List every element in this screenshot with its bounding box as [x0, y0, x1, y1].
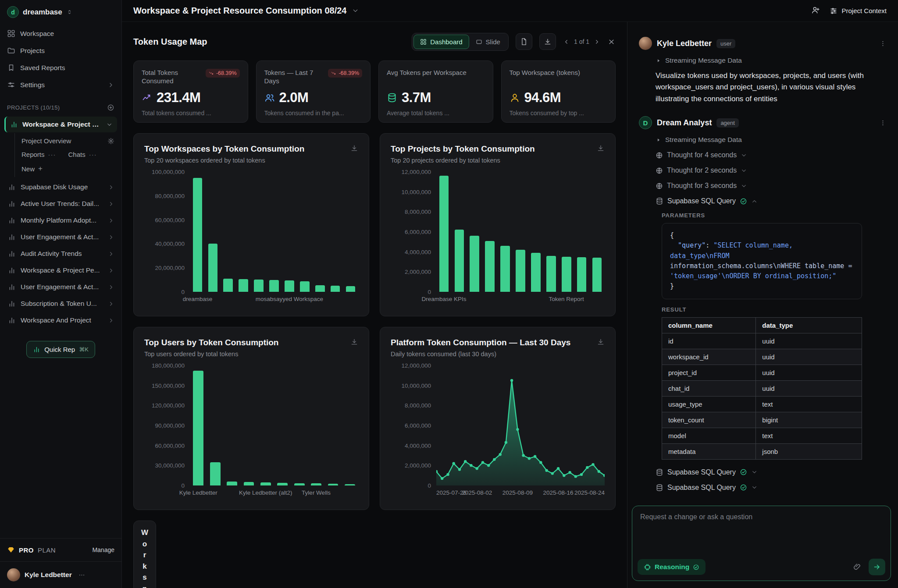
sidebar-item-new[interactable]: New +	[15, 161, 121, 176]
project-label: Supabase Disk Usage	[21, 183, 88, 191]
download-icon[interactable]	[350, 144, 358, 152]
close-report-button[interactable]	[607, 38, 616, 46]
download-button[interactable]	[539, 33, 556, 50]
sidebar-item-project[interactable]: User Engagement & Act...	[0, 229, 121, 245]
sidebar-item-settings[interactable]: Settings	[0, 76, 121, 93]
chevron-right-icon[interactable]	[594, 39, 600, 45]
sidebar-item-workspace[interactable]: Workspace	[0, 25, 121, 42]
kpi-value: 2.0M	[279, 90, 309, 106]
y-tick-label: 8,000,000	[405, 209, 431, 215]
bar	[577, 257, 587, 292]
bar	[208, 244, 218, 292]
download-icon[interactable]	[597, 338, 605, 346]
tool-row[interactable]: Supabase SQL Query	[656, 468, 887, 476]
chevron-left-icon[interactable]	[563, 39, 570, 45]
user-message: Kyle Ledbetter user Streaming Message Da…	[639, 37, 887, 105]
thought-row[interactable]: Thought for 2 seconds	[656, 166, 887, 174]
thought-row[interactable]: Thought for 3 seconds	[656, 182, 887, 190]
tool-label: Supabase SQL Query	[667, 197, 736, 205]
app-root: d dreambase WorkspaceProjectsSaved Repor…	[0, 0, 898, 588]
manage-plan-link[interactable]: Manage	[92, 546, 114, 553]
sidebar-item-project[interactable]: Active User Trends: Dail...	[0, 195, 121, 212]
kpi-title: Avg Tokens per Workspace	[387, 69, 467, 77]
sidebar-item-project[interactable]: User Engagement & Act...	[0, 279, 121, 295]
project-label: Active User Trends: Dail...	[21, 200, 99, 208]
y-tick-label: 90,000,000	[155, 422, 185, 429]
check-circle-icon	[740, 468, 747, 476]
sidebar-item-saved-reports[interactable]: Saved Reports	[0, 59, 121, 76]
plus-icon[interactable]: +	[38, 164, 43, 173]
kebab-menu-icon[interactable]	[879, 119, 887, 127]
y-tick-label: 4,000,000	[405, 248, 431, 255]
kpi-card: Tokens — Last 7 Days-68.39%2.0MTokens co…	[256, 60, 371, 123]
y-tick-label: 80,000,000	[155, 192, 185, 199]
tool-row-expanded[interactable]: Supabase SQL Query	[656, 197, 887, 205]
thought-row[interactable]: Thought for 4 seconds	[656, 151, 887, 159]
export-file-button[interactable]	[516, 33, 532, 50]
sidebar-item-project[interactable]: Workspace And Project	[0, 312, 121, 329]
y-tick-label: 0	[181, 289, 185, 295]
project-label: Monthly Platform Adopt...	[21, 216, 96, 224]
ellipsis-icon[interactable]	[78, 571, 86, 579]
tool-row[interactable]: Supabase SQL Query	[656, 484, 887, 492]
sidebar-item-chats[interactable]: Chats ···	[68, 151, 97, 158]
workspace-name: dreambase	[23, 8, 62, 17]
workspace-switcher[interactable]: d dreambase	[0, 0, 121, 23]
sidebar-item-projects[interactable]: Projects	[0, 42, 121, 59]
chat-input[interactable]	[632, 506, 891, 559]
project-context-button[interactable]: Project Context	[830, 7, 887, 15]
sidebar-item-project[interactable]: Subscription & Token U...	[0, 295, 121, 312]
chart-icon	[8, 283, 16, 291]
kebab-menu-icon[interactable]	[879, 40, 887, 47]
tab-dashboard[interactable]: Dashboard	[413, 35, 469, 49]
trend-icon	[142, 92, 152, 103]
active-project-tree: Project Overview Reports ··· Chats ··· N…	[14, 133, 121, 177]
bar	[285, 280, 294, 292]
sidebar-item-reports[interactable]: Reports ···	[21, 151, 56, 158]
kpi-value: 94.6M	[524, 90, 561, 106]
result-cell: metadata	[662, 443, 756, 459]
user-plus-icon	[811, 6, 820, 14]
thought-icon	[656, 152, 663, 159]
sidebar-item-active-project[interactable]: Workspace & Project Re...	[4, 117, 117, 132]
send-button[interactable]	[869, 559, 885, 575]
sidebar-item-project-overview[interactable]: Project Overview	[15, 134, 121, 148]
user-icon	[510, 92, 520, 103]
bar	[227, 482, 237, 485]
download-icon[interactable]	[350, 338, 358, 346]
sort-icon[interactable]	[66, 9, 73, 15]
result-cell: uuid	[756, 380, 862, 396]
report-title-dropdown[interactable]: Workspace & Project Resource Consumption…	[133, 6, 359, 16]
kpi-value: 231.4M	[157, 90, 200, 106]
project-context-label: Project Context	[841, 7, 887, 14]
sidebar-item-project[interactable]: Supabase Disk Usage	[0, 179, 121, 195]
download-icon[interactable]	[597, 144, 605, 152]
reasoning-toggle[interactable]: Reasoning	[638, 559, 706, 575]
chat-messages[interactable]: Kyle Ledbetter user Streaming Message Da…	[627, 22, 898, 588]
sidebar-user[interactable]: Kyle Ledbetter	[0, 561, 121, 588]
x-tick-label: 2025-08-24	[574, 489, 605, 496]
bar	[210, 462, 221, 485]
grid-icon	[7, 29, 15, 38]
bar	[546, 256, 556, 292]
ellipsis-icon[interactable]: ···	[89, 151, 97, 158]
stream-label: Streaming Message Data	[665, 57, 742, 64]
sidebar-item-project[interactable]: Monthly Platform Adopt...	[0, 212, 121, 229]
y-tick-label: 2,000,000	[405, 269, 431, 275]
sidebar-item-project[interactable]: Audit Activity Trends	[0, 245, 121, 262]
stream-data-toggle[interactable]: Streaming Message Data	[656, 57, 887, 64]
gear-icon[interactable]	[107, 138, 114, 145]
ellipsis-icon[interactable]: ···	[48, 151, 56, 158]
invite-user-button[interactable]	[811, 6, 820, 16]
close-icon	[607, 38, 616, 46]
stream-data-toggle[interactable]: Streaming Message Data	[656, 136, 887, 144]
quick-report-button[interactable]: Quick Rep ⌘K	[26, 341, 95, 358]
database-icon	[387, 92, 397, 103]
tab-slide[interactable]: Slide	[469, 35, 507, 49]
chart-icon	[8, 233, 16, 241]
result-cell: uuid	[756, 349, 862, 365]
add-project-button[interactable]	[107, 104, 114, 111]
sidebar-item-project[interactable]: Workspace & Project Pe...	[0, 262, 121, 279]
bar	[300, 281, 310, 292]
paperclip-icon[interactable]	[853, 563, 862, 571]
